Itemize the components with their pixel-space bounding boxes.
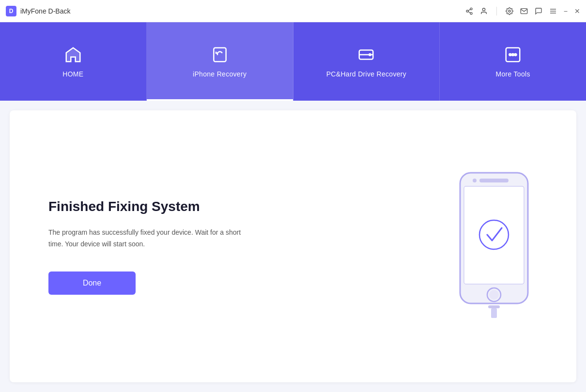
- separator: [496, 7, 497, 15]
- refresh-icon: [211, 45, 229, 66]
- svg-point-23: [489, 290, 499, 300]
- nav-label-more-tools: More Tools: [496, 70, 530, 78]
- svg-point-16: [512, 54, 514, 56]
- finished-description: The program has successfully fixed your …: [48, 227, 242, 250]
- main-content: Finished Fixing System The program has s…: [0, 101, 586, 392]
- nav-item-iphone-recovery[interactable]: iPhone Recovery: [147, 22, 293, 101]
- close-button[interactable]: ✕: [574, 7, 580, 15]
- svg-point-6: [509, 10, 510, 12]
- title-bar-actions: − ✕: [465, 7, 580, 15]
- phone-illustration: [450, 168, 538, 325]
- finished-title: Finished Fixing System: [48, 198, 421, 215]
- nav-item-pc-harddrive[interactable]: PC&Hard Drive Recovery: [293, 22, 440, 101]
- svg-line-4: [468, 9, 471, 11]
- nav-item-home[interactable]: HOME: [0, 22, 147, 101]
- menu-icon[interactable]: [549, 7, 557, 15]
- app-name: iMyFone D-Back: [20, 7, 465, 15]
- content-panel: Finished Fixing System The program has s…: [10, 110, 576, 382]
- svg-point-15: [509, 54, 511, 56]
- home-icon: [64, 45, 82, 66]
- share-icon[interactable]: [465, 7, 473, 15]
- svg-point-0: [470, 8, 472, 10]
- svg-point-5: [482, 8, 485, 11]
- chat-icon[interactable]: [535, 7, 542, 15]
- svg-point-2: [470, 12, 472, 14]
- svg-rect-20: [479, 179, 509, 182]
- nav-label-pc-harddrive: PC&Hard Drive Recovery: [326, 70, 406, 78]
- user-icon[interactable]: [480, 7, 488, 15]
- harddrive-icon: [357, 45, 375, 66]
- mail-icon[interactable]: [520, 7, 528, 15]
- done-button[interactable]: Done: [48, 271, 136, 295]
- nav-item-more-tools[interactable]: More Tools: [440, 22, 586, 101]
- dots-icon: [504, 45, 522, 66]
- settings-icon[interactable]: [506, 7, 513, 15]
- svg-point-1: [466, 10, 468, 12]
- left-area: Finished Fixing System The program has s…: [48, 198, 421, 295]
- svg-rect-19: [464, 186, 524, 284]
- nav-label-iphone-recovery: iPhone Recovery: [193, 70, 247, 78]
- svg-rect-24: [488, 305, 500, 308]
- svg-point-17: [515, 54, 517, 56]
- svg-line-3: [468, 12, 471, 13]
- svg-rect-25: [491, 308, 497, 318]
- svg-point-21: [473, 179, 477, 182]
- nav-bar: HOME iPhone Recovery PC&Hard Drive Recov…: [0, 22, 586, 101]
- minimize-button[interactable]: −: [564, 7, 568, 15]
- title-bar: D iMyFone D-Back − ✕: [0, 0, 586, 22]
- app-logo: D: [6, 6, 16, 16]
- phone-svg: [450, 168, 538, 323]
- phone-wrapper: [450, 168, 538, 325]
- svg-rect-10: [214, 47, 226, 61]
- nav-label-home: HOME: [62, 70, 83, 78]
